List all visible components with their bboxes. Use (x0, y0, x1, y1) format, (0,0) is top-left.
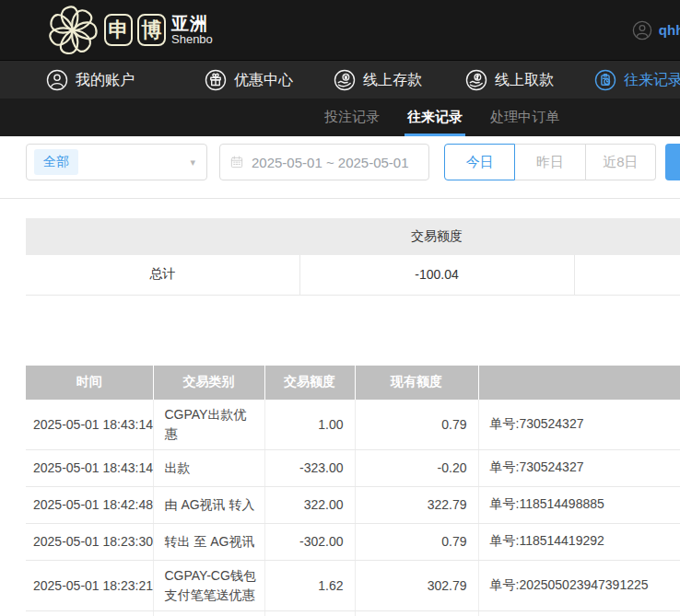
cell-type: CGPAY-CG钱包支付笔笔送优惠 (153, 560, 264, 610)
date-range-value: 2025-05-01 ~ 2025-05-01 (252, 155, 409, 170)
deposit-icon (334, 69, 356, 91)
cell-memo: 单号:202505023947391225 (478, 560, 680, 610)
summary-header-amount: 交易额度 (299, 218, 574, 255)
table-row: 2025-05-01 18:23:21 CGPAY支付 270.00 301.1… (26, 610, 680, 616)
lotus-flower-icon (46, 4, 100, 57)
brand-logo[interactable]: 申 博 亚洲 Shenbo (46, 4, 213, 57)
withdraw-icon (465, 69, 487, 91)
tab-betting-records[interactable]: 投注记录 (324, 99, 380, 136)
calendar-icon (229, 155, 244, 169)
chevron-down-icon: ▾ (190, 157, 195, 169)
cell-amount: 1.62 (264, 560, 355, 610)
nav-label: 往来记录 (624, 71, 680, 90)
col-header-memo: 摘要 (478, 366, 680, 400)
col-header-amount: 交易额度 (264, 366, 355, 400)
summary-total-extra (574, 255, 680, 295)
table-row: 2025-05-01 18:43:14 CGPAY出款优惠 1.00 0.79 … (26, 400, 680, 450)
cell-time: 2025-05-01 18:43:14 (26, 400, 153, 450)
tab-pending-orders[interactable]: 处理中订单 (490, 99, 559, 136)
category-selected-tag[interactable]: 全部 (34, 149, 78, 175)
nav-label: 线上取款 (495, 71, 554, 90)
cell-type: 由 AG视讯 转入 (153, 486, 264, 523)
cell-type: 转出 至 AG视讯 (153, 523, 264, 560)
record-tabs: 投注记录 往来记录 处理中订单 (0, 99, 680, 136)
summary-total-row: 总计 -100.04 (26, 255, 680, 295)
cell-balance: 0.79 (355, 523, 478, 560)
table-row: 2025-05-01 18:23:21 CGPAY-CG钱包支付笔笔送优惠 1.… (26, 560, 680, 610)
table-row: 2025-05-01 18:43:14 出款 -323.00 -0.20 单号:… (26, 449, 680, 486)
nav-item-transaction-records[interactable]: 往来记录 (594, 61, 680, 99)
cell-balance: -0.20 (355, 449, 478, 486)
cell-amount: 270.00 (264, 610, 355, 616)
col-header-type: 交易类别 (153, 366, 264, 400)
cell-memo: 单号:202505023947391225 (478, 610, 680, 616)
cell-memo: 单号:118514498885 (478, 486, 680, 523)
date-range-input[interactable]: 2025-05-01 ~ 2025-05-01 (219, 144, 429, 180)
yesterday-button[interactable]: 昨日 (515, 144, 585, 180)
summary-header-row: 交易额度 (26, 218, 680, 255)
tab-transaction-records[interactable]: 往来记录 (407, 99, 463, 136)
cell-balance: 302.79 (355, 560, 478, 610)
col-header-balance: 现有额度 (355, 366, 478, 400)
cell-type: 出款 (153, 449, 264, 486)
last-8-days-button[interactable]: 近8日 (586, 144, 656, 180)
summary-header-empty (26, 218, 299, 255)
cell-type: CGPAY出款优惠 (153, 400, 264, 450)
cell-time: 2025-05-01 18:42:48 (26, 486, 153, 523)
table-row: 2025-05-01 18:42:48 由 AG视讯 转入 322.00 322… (26, 486, 680, 523)
today-button[interactable]: 今日 (444, 144, 515, 180)
cell-memo: 单号:730524327 (478, 400, 680, 450)
gift-icon (205, 69, 227, 91)
cell-amount: 322.00 (264, 486, 355, 523)
avatar-icon (632, 20, 652, 41)
cell-amount: -302.00 (264, 523, 355, 560)
search-button[interactable] (665, 144, 680, 180)
cell-type: CGPAY支付 (153, 610, 264, 616)
nav-item-promotions[interactable]: 优惠中心 (205, 61, 293, 99)
table-row: 2025-05-01 18:23:30 转出 至 AG视讯 -302.00 0.… (26, 523, 680, 560)
logo-char-bo: 博 (137, 14, 166, 46)
cell-memo: 单号:118514419292 (478, 523, 680, 560)
transactions-header-row: 时间 交易类别 交易额度 现有额度 摘要 (26, 366, 680, 400)
col-header-time: 时间 (26, 366, 153, 400)
section-divider (0, 198, 680, 199)
summary-total-label: 总计 (26, 255, 299, 295)
nav-label: 我的账户 (76, 71, 135, 90)
nav-label: 优惠中心 (234, 71, 293, 90)
cell-time: 2025-05-01 18:23:30 (26, 523, 153, 560)
records-icon (594, 69, 616, 91)
user-account-area[interactable]: qhhw (632, 0, 680, 60)
filter-bar: 全部 ▾ 2025-05-01 ~ 2025-05-01 今日 昨日 近8日 (26, 144, 680, 180)
transactions-table: 时间 交易类别 交易额度 现有额度 摘要 2025-05-01 18:43:14… (26, 366, 680, 616)
logo-char-shen: 申 (104, 14, 133, 46)
username-text[interactable]: qhhw (659, 22, 680, 38)
nav-item-my-account[interactable]: 我的账户 (46, 61, 135, 99)
user-icon (46, 69, 68, 91)
cell-time: 2025-05-01 18:43:14 (26, 449, 153, 486)
nav-item-withdraw[interactable]: 线上取款 (465, 61, 554, 99)
summary-total-value: -100.04 (299, 255, 574, 295)
cell-balance: 322.79 (355, 486, 478, 523)
cell-balance: 301.17 (355, 610, 478, 616)
nav-label: 线上存款 (363, 71, 422, 90)
logo-subtitle-cn: 亚洲 (171, 15, 213, 33)
quick-range-group: 今日 昨日 近8日 (444, 144, 656, 180)
summary-table: 交易额度 总计 -100.04 (26, 218, 680, 296)
cell-amount: 1.00 (264, 400, 355, 450)
nav-item-deposit[interactable]: 线上存款 (334, 61, 422, 99)
cell-balance: 0.79 (355, 400, 478, 450)
cell-time: 2025-05-01 18:23:21 (26, 610, 153, 616)
primary-nav: 我的账户 优惠中心 线上存款 线上取款 (0, 60, 680, 99)
summary-header-empty (574, 218, 680, 255)
cell-amount: -323.00 (264, 449, 355, 486)
app-header: 申 博 亚洲 Shenbo qhhw (0, 0, 680, 60)
cell-memo: 单号:730524327 (478, 449, 680, 486)
cell-time: 2025-05-01 18:23:21 (26, 560, 153, 610)
logo-subtitle-en: Shenbo (171, 33, 213, 46)
category-select[interactable]: 全部 ▾ (26, 144, 207, 180)
